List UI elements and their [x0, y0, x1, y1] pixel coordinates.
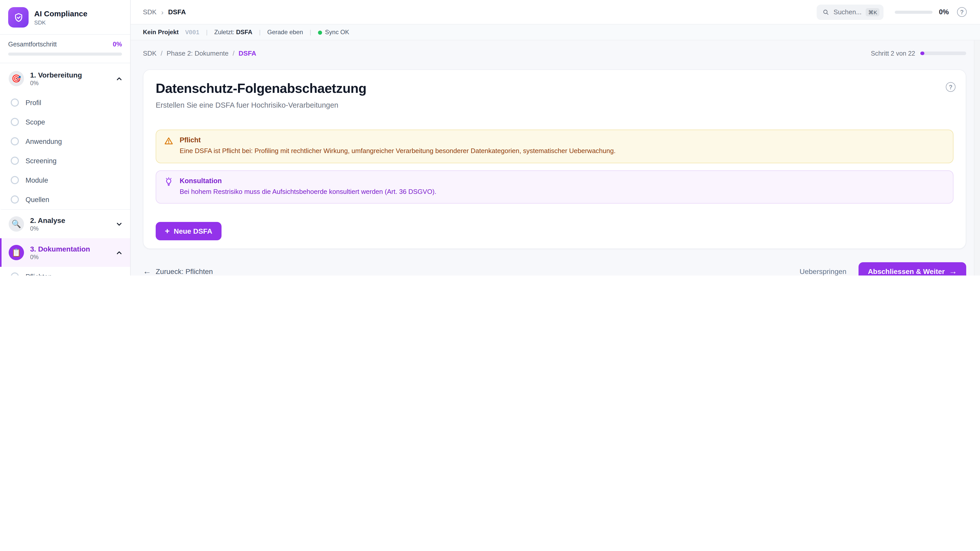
alert-title: Pflicht [180, 136, 945, 144]
step-progress-bar [920, 52, 966, 55]
sidebar-item-scope[interactable]: Scope [0, 112, 130, 132]
topbar: SDK › DSFA Suchen... ⌘K 0% ? [130, 0, 980, 24]
radio-circle-icon [11, 195, 19, 203]
help-icon[interactable]: ? [957, 7, 967, 17]
arrow-left-icon: ← [143, 267, 151, 275]
section-pct: 0% [30, 254, 109, 260]
sidebar-item-anwendung[interactable]: Anwendung [0, 132, 130, 151]
radio-circle-icon [11, 98, 19, 106]
new-dsfa-button[interactable]: + Neue DSFA [156, 222, 221, 241]
overall-progress-value: 0% [113, 41, 122, 48]
last-doc: Zuletzt: DSFA [215, 29, 252, 36]
chevron-up-icon[interactable] [115, 249, 123, 256]
search-shortcut-kbd: ⌘K [865, 8, 880, 16]
page-subtitle: Erstellen Sie eine DSFA fuer Hochrisiko-… [156, 101, 953, 109]
plus-icon: + [165, 227, 170, 235]
main-area: SDK › DSFA Suchen... ⌘K 0% ? Kein Projek… [130, 0, 980, 275]
topbar-progress-bar [895, 11, 933, 14]
finish-next-button[interactable]: Abschliessen & Weiter → [859, 262, 966, 275]
section-pct: 0% [30, 80, 109, 86]
sync-status: Sync OK [318, 29, 349, 36]
alert-pflicht: Pflicht Eine DSFA ist Pflicht bei: Profi… [156, 130, 953, 163]
breadcrumb-sep-icon: › [161, 8, 163, 16]
sync-label: Sync OK [325, 29, 349, 36]
clipboard-icon: 📋 [9, 245, 24, 260]
sidebar-item-label: Quellen [25, 196, 49, 203]
back-link[interactable]: ← Zurueck: Pflichten [143, 267, 213, 275]
project-name: Kein Projekt [143, 29, 179, 36]
sidebar-item-module[interactable]: Module [0, 170, 130, 190]
sidebar-item-label: Profil [25, 99, 41, 106]
app-title: AI Compliance [34, 10, 87, 18]
new-dsfa-label: Neue DSFA [174, 227, 212, 235]
sidebar-section-dokumentation[interactable]: 📋 3. Dokumentation 0% [0, 238, 130, 267]
radio-circle-icon [11, 118, 19, 126]
radio-circle-icon [11, 137, 19, 145]
section-pct: 0% [30, 225, 109, 232]
scrollbar[interactable] [974, 40, 980, 275]
alert-title: Konsultation [180, 177, 945, 184]
step-label: Schritt 2 von 22 [871, 50, 915, 57]
radio-circle-icon [11, 273, 19, 275]
last-doc-value: DSFA [236, 29, 252, 36]
arrow-right-icon: → [949, 268, 957, 275]
skip-button[interactable]: Ueberspringen [800, 268, 846, 275]
shield-check-logo-icon [8, 7, 29, 27]
search-icon [822, 8, 829, 16]
topbar-progress-value: 0% [939, 8, 949, 16]
sidebar-item-label: Anwendung [25, 138, 62, 145]
app-root: AI Compliance SDK Gesamtfortschritt 0% 🎯… [0, 0, 980, 275]
dsfa-intro-card: Datenschutz-Folgenabschaetzung Erstellen… [143, 69, 966, 249]
last-doc-label: Zuletzt: [215, 29, 234, 36]
sidebar-item-screening[interactable]: Screening [0, 151, 130, 170]
search-input[interactable]: Suchen... ⌘K [817, 4, 884, 20]
slash-sep: / [161, 49, 162, 57]
last-saved-time: Gerade eben [267, 29, 303, 36]
finish-next-label: Abschliessen & Weiter [868, 268, 945, 275]
overall-progress-block: Gesamtfortschritt 0% [0, 35, 130, 63]
app-subtitle: SDK [34, 19, 87, 25]
sidebar-nav: 🎯 1. Vorbereitung 0% Profil Scope Anwend… [0, 63, 130, 275]
search-placeholder: Suchen... [834, 8, 862, 16]
radio-circle-icon [11, 176, 19, 184]
pipe-divider: | [206, 29, 207, 36]
sync-dot-icon [318, 30, 322, 35]
content-area: SDK / Phase 2: Dokumente / DSFA Schritt … [130, 40, 980, 275]
pipe-divider: | [310, 29, 311, 36]
sidebar-section-analyse[interactable]: 🔍 2. Analyse 0% [0, 209, 130, 238]
breadcrumb-current: DSFA [239, 49, 256, 57]
sidebar-item-label: Module [25, 176, 48, 184]
breadcrumb-link-phase[interactable]: Phase 2: Dokumente [167, 49, 229, 57]
target-icon: 🎯 [9, 71, 24, 86]
help-icon[interactable]: ? [946, 82, 956, 92]
overall-progress-label: Gesamtfortschritt [8, 41, 57, 48]
chevron-down-icon[interactable] [115, 220, 123, 228]
back-label: Zurueck: Pflichten [156, 268, 213, 275]
alert-konsultation: Konsultation Bei hohem Restrisiko muss d… [156, 170, 953, 203]
sidebar-section-vorbereitung[interactable]: 🎯 1. Vorbereitung 0% [0, 64, 130, 93]
radio-circle-icon [11, 157, 19, 165]
pipe-divider: | [259, 29, 261, 36]
page-title: Datenschutz-Folgenabschaetzung [156, 81, 953, 97]
sidebar-item-label: Screening [25, 157, 57, 165]
section-title: 1. Vorbereitung [30, 71, 109, 79]
section-title: 2. Analyse [30, 216, 109, 224]
alert-text: Bei hohem Restrisiko muss die Aufsichtsb… [180, 187, 945, 196]
sidebar-item-label: Scope [25, 118, 45, 126]
sidebar-item-quellen[interactable]: Quellen [0, 190, 130, 209]
section-title: 3. Dokumentation [30, 245, 109, 253]
sidebar-item-pflichten[interactable]: Pflichten [0, 267, 130, 275]
sidebar: AI Compliance SDK Gesamtfortschritt 0% 🎯… [0, 0, 130, 275]
breadcrumb-root[interactable]: SDK [143, 8, 156, 16]
sidebar-item-label: Pflichten [25, 273, 52, 275]
brand-text: AI Compliance SDK [34, 10, 87, 25]
magnifier-icon: 🔍 [9, 216, 24, 232]
sidebar-item-profil[interactable]: Profil [0, 93, 130, 112]
statusbar: Kein Projekt V001 | Zuletzt: DSFA | Gera… [130, 24, 980, 40]
chevron-up-icon[interactable] [115, 75, 123, 83]
wizard-nav-row: ← Zurueck: Pflichten Ueberspringen Absch… [143, 262, 966, 275]
lightbulb-icon [164, 177, 173, 189]
alert-text: Eine DSFA ist Pflicht bei: Profiling mit… [180, 146, 945, 156]
breadcrumb-current: DSFA [168, 8, 186, 16]
breadcrumb-link-sdk[interactable]: SDK [143, 49, 156, 57]
